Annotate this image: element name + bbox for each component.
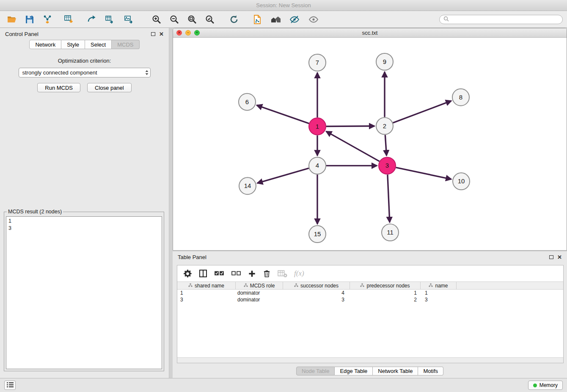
table-cell[interactable]: dominator — [236, 290, 283, 296]
close-table-panel-icon[interactable]: ✕ — [557, 254, 562, 260]
float-panel-icon[interactable] — [151, 32, 155, 36]
search-box[interactable] — [439, 15, 563, 24]
panel-splitter[interactable] — [169, 28, 173, 378]
home-icon[interactable] — [268, 12, 284, 27]
table-cell[interactable]: 1 — [177, 290, 236, 296]
select-all-icon[interactable] — [214, 271, 224, 276]
trash-icon[interactable] — [263, 269, 271, 278]
criterion-select[interactable]: strongly connected component — [19, 68, 151, 77]
minimize-window-icon[interactable]: − — [185, 30, 191, 36]
column-header-mcds-role[interactable]: MCDS role — [236, 282, 283, 289]
close-panel-icon[interactable]: ✕ — [159, 31, 164, 37]
network-file-icon[interactable] — [250, 12, 265, 27]
show-all-icon[interactable] — [306, 12, 321, 27]
memory-button[interactable]: Memory — [528, 381, 563, 390]
node-6[interactable]: 6 — [239, 94, 256, 110]
hide-selected-icon[interactable] — [287, 12, 302, 27]
sort-icon — [294, 283, 298, 289]
edge-3-11[interactable] — [388, 174, 390, 222]
zoom-out-icon[interactable] — [167, 12, 182, 27]
node-4[interactable]: 4 — [309, 157, 326, 174]
zoom-fit-icon[interactable] — [184, 12, 200, 27]
edge-1-2[interactable] — [326, 126, 374, 127]
mcds-result-text[interactable]: 13 — [6, 216, 162, 369]
network-window-titlebar[interactable]: scc.txt ✕ − + — [173, 28, 567, 38]
node-14[interactable]: 14 — [239, 177, 256, 194]
zoom-in-icon[interactable] — [149, 12, 164, 27]
table-hscrollbar[interactable] — [177, 357, 563, 363]
window-title: Session: New Session — [256, 2, 311, 8]
edge-2-8[interactable] — [393, 101, 451, 123]
column-header-successor-nodes[interactable]: successor nodes — [283, 282, 350, 289]
table-body[interactable]: 1dominator4113dominator323 — [177, 290, 563, 357]
export-table-icon[interactable] — [102, 12, 117, 27]
edge-3-10[interactable] — [396, 168, 451, 179]
node-9[interactable]: 9 — [376, 53, 393, 70]
node-1[interactable]: 1 — [309, 118, 326, 135]
import-network-icon[interactable] — [40, 12, 55, 27]
tab-style[interactable]: Style — [61, 40, 85, 49]
tab-edge-table[interactable]: Edge Table — [335, 367, 373, 375]
tab-motifs[interactable]: Motifs — [418, 367, 443, 375]
node-2[interactable]: 2 — [376, 118, 393, 135]
tab-network-table[interactable]: Network Table — [373, 367, 418, 375]
toolbar-buttons — [4, 12, 321, 27]
node-10[interactable]: 10 — [453, 173, 470, 190]
delete-column-icon — [278, 270, 287, 278]
table-cell[interactable]: 3 — [421, 296, 457, 303]
node-11[interactable]: 11 — [382, 224, 399, 241]
export-image-icon[interactable] — [121, 12, 136, 27]
edge-1-6[interactable] — [257, 105, 309, 124]
table-cell[interactable]: dominator — [236, 296, 283, 303]
table-cell[interactable]: 1 — [421, 290, 457, 296]
column-header-filler — [457, 282, 563, 289]
table-cell[interactable]: 1 — [350, 290, 421, 296]
open-file-icon[interactable] — [4, 12, 19, 27]
column-chooser-icon[interactable] — [199, 269, 207, 278]
refresh-icon[interactable] — [226, 12, 242, 27]
save-session-icon[interactable] — [22, 12, 37, 27]
zoom-selected-icon[interactable] — [202, 12, 217, 27]
network-canvas[interactable]: 7968124314101511 — [173, 38, 567, 250]
table-container: f(x) shared nameMCDS rolesuccessor nodes… — [177, 265, 564, 363]
titlebar[interactable]: Session: New Session — [0, 0, 567, 11]
tab-select[interactable]: Select — [85, 40, 112, 49]
float-table-panel-icon[interactable] — [549, 255, 553, 259]
tab-node-table[interactable]: Node Table — [296, 367, 335, 375]
edge-4-14[interactable] — [257, 168, 309, 183]
status-bar: Memory — [0, 378, 567, 392]
node-15[interactable]: 15 — [309, 226, 326, 243]
table-row[interactable]: 1dominator411 — [177, 290, 563, 296]
edge-3-1[interactable] — [326, 131, 380, 161]
column-header-shared-name[interactable]: shared name — [177, 282, 236, 289]
tab-mcds[interactable]: MCDS — [112, 40, 139, 49]
close-panel-button[interactable]: Close panel — [87, 83, 132, 92]
table-cell[interactable]: 2 — [350, 296, 421, 303]
table-cell[interactable]: 4 — [283, 290, 350, 296]
network-graph[interactable]: 7968124314101511 — [173, 38, 567, 250]
deselect-all-icon[interactable] — [231, 271, 241, 276]
node-8[interactable]: 8 — [452, 89, 469, 106]
table-cell[interactable]: 3 — [283, 296, 350, 303]
column-header-predecessor-nodes[interactable]: predecessor nodes — [350, 282, 421, 289]
result-line: 1 — [8, 218, 160, 225]
node-7[interactable]: 7 — [309, 54, 326, 71]
export-network-icon[interactable] — [84, 12, 99, 27]
table-row[interactable]: 3dominator323 — [177, 296, 563, 303]
import-table-icon[interactable] — [61, 12, 76, 27]
node-3[interactable]: 3 — [379, 157, 396, 174]
criterion-value: strongly connected component — [22, 69, 97, 76]
close-window-icon[interactable]: ✕ — [176, 30, 182, 36]
table-cell[interactable]: 3 — [177, 296, 236, 303]
maximize-window-icon[interactable]: + — [194, 30, 200, 36]
column-header-name[interactable]: name — [421, 282, 457, 289]
gear-icon[interactable] — [183, 269, 192, 278]
edge-2-3[interactable] — [385, 135, 386, 156]
search-input[interactable] — [451, 17, 559, 22]
tab-network[interactable]: Network — [29, 40, 61, 49]
table-tabs: Node TableEdge TableNetwork TableMotifs — [173, 367, 567, 375]
add-row-icon[interactable] — [248, 270, 256, 278]
automation-panel-button[interactable] — [4, 381, 16, 390]
table-panel-title: Table Panel — [178, 254, 206, 260]
run-mcds-button[interactable]: Run MCDS — [37, 83, 80, 92]
